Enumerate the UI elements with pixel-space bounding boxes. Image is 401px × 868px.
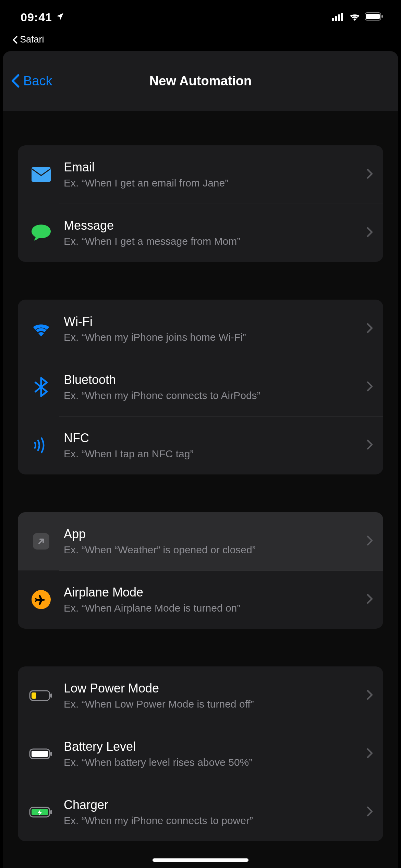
- trigger-row-bluetooth[interactable]: BluetoothEx. “When my iPhone connects to…: [18, 358, 383, 416]
- trigger-subtitle: Ex. “When my iPhone joins home Wi-Fi”: [64, 331, 367, 343]
- wifi-icon: [24, 315, 58, 342]
- trigger-title: App: [64, 527, 367, 541]
- trigger-title: Airplane Mode: [64, 585, 367, 600]
- trigger-subtitle: Ex. “When Low Power Mode is turned off”: [64, 698, 367, 710]
- trigger-group: EmailEx. “When I get an email from Jane”…: [18, 145, 383, 262]
- home-indicator[interactable]: [153, 858, 248, 862]
- battery-icon: [24, 740, 58, 768]
- trigger-row-airplane[interactable]: Airplane ModeEx. “When Airplane Mode is …: [18, 570, 383, 629]
- trigger-title: Wi-Fi: [64, 314, 367, 329]
- chevron-right-icon: [367, 381, 373, 393]
- nav-header: Back New Automation: [3, 51, 398, 111]
- trigger-row-message[interactable]: MessageEx. “When I get a message from Mo…: [18, 204, 383, 262]
- svg-rect-16: [50, 752, 52, 756]
- page-title: New Automation: [149, 74, 252, 88]
- trigger-subtitle: Ex. “When “Weather” is opened or closed”: [64, 544, 367, 556]
- trigger-subtitle: Ex. “When my iPhone connects to power”: [64, 815, 367, 827]
- svg-rect-1: [335, 16, 337, 21]
- svg-point-8: [32, 225, 51, 238]
- email-icon: [24, 161, 58, 188]
- trigger-row-lowpower[interactable]: Low Power ModeEx. “When Low Power Mode i…: [18, 666, 383, 725]
- wifi-status-icon: [349, 12, 361, 22]
- trigger-title: Email: [64, 160, 367, 174]
- svg-rect-13: [50, 694, 52, 698]
- chevron-right-icon: [367, 535, 373, 547]
- trigger-title: Bluetooth: [64, 373, 367, 387]
- svg-rect-0: [332, 18, 334, 21]
- trigger-title: Charger: [64, 798, 367, 812]
- breadcrumb-label: Safari: [20, 34, 44, 45]
- chevron-right-icon: [367, 323, 373, 335]
- back-label: Back: [23, 74, 52, 88]
- trigger-group: Wi-FiEx. “When my iPhone joins home Wi-F…: [18, 300, 383, 474]
- svg-rect-12: [32, 692, 36, 699]
- battery-status-icon: [365, 12, 384, 22]
- trigger-group: AppEx. “When “Weather” is opened or clos…: [18, 512, 383, 629]
- trigger-subtitle: Ex. “When I get a message from Mom”: [64, 236, 367, 247]
- svg-rect-5: [366, 14, 380, 19]
- trigger-title: Message: [64, 218, 367, 233]
- lowpower-icon: [24, 682, 58, 709]
- trigger-row-charger[interactable]: ChargerEx. “When my iPhone connects to p…: [18, 783, 383, 841]
- trigger-title: NFC: [64, 431, 367, 445]
- svg-rect-2: [338, 14, 340, 21]
- breadcrumb-back-to-safari[interactable]: Safari: [0, 34, 401, 51]
- chevron-right-icon: [367, 227, 373, 239]
- automation-trigger-list: EmailEx. “When I get an email from Jane”…: [3, 111, 398, 868]
- trigger-row-wifi[interactable]: Wi-FiEx. “When my iPhone joins home Wi-F…: [18, 300, 383, 358]
- back-button[interactable]: Back: [11, 74, 52, 88]
- svg-rect-19: [50, 810, 52, 814]
- bluetooth-icon: [24, 373, 58, 401]
- trigger-row-app[interactable]: AppEx. “When “Weather” is opened or clos…: [18, 512, 383, 570]
- trigger-row-nfc[interactable]: NFCEx. “When I tap an NFC tag”: [18, 416, 383, 474]
- charger-icon: [24, 798, 58, 826]
- message-icon: [24, 219, 58, 246]
- trigger-row-email[interactable]: EmailEx. “When I get an email from Jane”: [18, 145, 383, 204]
- svg-rect-3: [341, 13, 343, 21]
- chevron-right-icon: [367, 690, 373, 701]
- trigger-subtitle: Ex. “When I get an email from Jane”: [64, 177, 367, 189]
- chevron-right-icon: [367, 439, 373, 451]
- trigger-subtitle: Ex. “When battery level rises above 50%”: [64, 757, 367, 768]
- chevron-right-icon: [367, 169, 373, 180]
- airplane-icon: [24, 586, 58, 613]
- svg-rect-7: [32, 167, 51, 182]
- trigger-row-battery[interactable]: Battery LevelEx. “When battery level ris…: [18, 725, 383, 783]
- trigger-subtitle: Ex. “When my iPhone connects to AirPods”: [64, 390, 367, 401]
- chevron-right-icon: [367, 806, 373, 818]
- trigger-subtitle: Ex. “When Airplane Mode is turned on”: [64, 602, 367, 614]
- svg-rect-6: [381, 15, 383, 18]
- svg-rect-15: [32, 751, 48, 757]
- status-bar: 09:41: [0, 0, 401, 34]
- trigger-group: Low Power ModeEx. “When Low Power Mode i…: [18, 666, 383, 841]
- chevron-right-icon: [367, 748, 373, 760]
- trigger-title: Low Power Mode: [64, 681, 367, 696]
- status-time: 09:41: [21, 11, 52, 24]
- trigger-subtitle: Ex. “When I tap an NFC tag”: [64, 448, 367, 460]
- cellular-icon: [332, 12, 345, 22]
- nfc-icon: [24, 432, 58, 459]
- app-icon: [24, 528, 58, 555]
- location-icon: [56, 12, 64, 22]
- trigger-title: Battery Level: [64, 739, 367, 754]
- chevron-right-icon: [367, 594, 373, 605]
